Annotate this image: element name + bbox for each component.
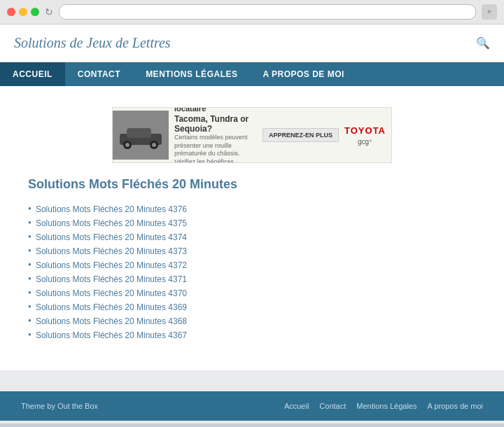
ad-sub1: Certains modèles peuvent présenter une r… bbox=[174, 134, 257, 158]
list-item: Solutions Mots Fléchés 20 Minutes 4372 bbox=[28, 258, 476, 272]
footer-link-mentions-légales[interactable]: Mentions Légales bbox=[356, 402, 416, 410]
ad-model: Tacoma, Tundra or Sequoia? bbox=[174, 114, 257, 134]
ad-headline: Avez-vous déjà été propriétaire ou locat… bbox=[174, 107, 257, 113]
article-link[interactable]: Solutions Mots Fléchés 20 Minutes 4372 bbox=[36, 260, 187, 270]
maximize-dot[interactable] bbox=[31, 8, 39, 16]
ad-banner: Avez-vous déjà été propriétaire ou locat… bbox=[112, 107, 392, 163]
article-link[interactable]: Solutions Mots Fléchés 20 Minutes 4371 bbox=[36, 274, 187, 284]
ad-cta-button[interactable]: APPRENEZ-EN PLUS bbox=[262, 128, 339, 142]
list-item: Solutions Mots Fléchés 20 Minutes 4368 bbox=[28, 314, 476, 328]
list-item: Solutions Mots Fléchés 20 Minutes 4375 bbox=[28, 216, 476, 230]
article-link[interactable]: Solutions Mots Fléchés 20 Minutes 4368 bbox=[36, 316, 187, 326]
browser-chrome: ↻ + bbox=[0, 0, 504, 24]
nav-item-contact[interactable]: CONTACT bbox=[65, 62, 133, 86]
footer-links: AccueilContactMentions LégalesA propos d… bbox=[284, 402, 483, 410]
browser-action-button[interactable]: + bbox=[482, 4, 497, 20]
nav-item-mentions-légales[interactable]: MENTIONS LÉGALES bbox=[133, 62, 250, 86]
list-item: Solutions Mots Fléchés 20 Minutes 4371 bbox=[28, 272, 476, 286]
svg-point-3 bbox=[125, 143, 130, 147]
list-item: Solutions Mots Fléchés 20 Minutes 4370 bbox=[28, 286, 476, 300]
site-header: Solutions de Jeux de Lettres 🔍 bbox=[0, 24, 504, 62]
ad-text: Avez-vous déjà été propriétaire ou locat… bbox=[169, 107, 262, 163]
ad-sub2: Vérifiez les bénéfices potentiels du règ… bbox=[174, 158, 257, 163]
minimize-dot[interactable] bbox=[19, 8, 27, 16]
article-link[interactable]: Solutions Mots Fléchés 20 Minutes 4367 bbox=[36, 330, 187, 340]
nav-item-a-propos-de-moi[interactable]: A PROPOS DE MOI bbox=[250, 62, 356, 86]
list-item: Solutions Mots Fléchés 20 Minutes 4369 bbox=[28, 300, 476, 314]
list-item: Solutions Mots Fléchés 20 Minutes 4373 bbox=[28, 244, 476, 258]
address-bar[interactable] bbox=[59, 4, 476, 20]
svg-point-5 bbox=[152, 143, 156, 147]
ad-car-image bbox=[113, 111, 169, 160]
page-title: Solutions Mots Fléchés 20 Minutes bbox=[28, 177, 476, 192]
website-container: Solutions de Jeux de Lettres 🔍 ACCUEILCO… bbox=[0, 24, 504, 424]
browser-dots bbox=[7, 8, 39, 16]
site-logo[interactable]: Solutions de Jeux de Lettres bbox=[14, 35, 171, 51]
footer-link-accueil[interactable]: Accueil bbox=[284, 402, 309, 410]
footer-credit: Theme by Out the Box bbox=[21, 402, 98, 410]
search-icon[interactable]: 🔍 bbox=[476, 36, 490, 50]
nav-item-accueil[interactable]: ACCUEIL bbox=[0, 62, 65, 86]
site-footer: Theme by Out the Box AccueilContactMenti… bbox=[0, 391, 504, 421]
main-navigation: ACCUEILCONTACTMENTIONS LÉGALESA PROPOS D… bbox=[0, 62, 504, 86]
article-link[interactable]: Solutions Mots Fléchés 20 Minutes 4376 bbox=[36, 204, 187, 214]
article-link[interactable]: Solutions Mots Fléchés 20 Minutes 4375 bbox=[36, 218, 187, 228]
ad-brands: TOYOTA gcg⁺ bbox=[339, 125, 391, 146]
list-item: Solutions Mots Fléchés 20 Minutes 4374 bbox=[28, 230, 476, 244]
toyota-brand: TOYOTA bbox=[344, 125, 386, 136]
article-link[interactable]: Solutions Mots Fléchés 20 Minutes 4370 bbox=[36, 288, 187, 298]
article-list: Solutions Mots Fléchés 20 Minutes 4376So… bbox=[28, 202, 476, 342]
svg-rect-1 bbox=[127, 128, 151, 138]
list-item: Solutions Mots Fléchés 20 Minutes 4367 bbox=[28, 328, 476, 342]
close-dot[interactable] bbox=[7, 8, 15, 16]
article-link[interactable]: Solutions Mots Fléchés 20 Minutes 4373 bbox=[36, 246, 187, 256]
gcg-brand: gcg⁺ bbox=[358, 138, 372, 146]
footer-link-contact[interactable]: Contact bbox=[319, 402, 346, 410]
article-link[interactable]: Solutions Mots Fléchés 20 Minutes 4369 bbox=[36, 302, 187, 312]
list-item: Solutions Mots Fléchés 20 Minutes 4376 bbox=[28, 202, 476, 216]
main-content: Avez-vous déjà été propriétaire ou locat… bbox=[0, 86, 504, 370]
footer-link-a-propos-de-moi[interactable]: A propos de moi bbox=[428, 402, 484, 410]
refresh-icon[interactable]: ↻ bbox=[45, 6, 53, 18]
article-link[interactable]: Solutions Mots Fléchés 20 Minutes 4374 bbox=[36, 232, 187, 242]
